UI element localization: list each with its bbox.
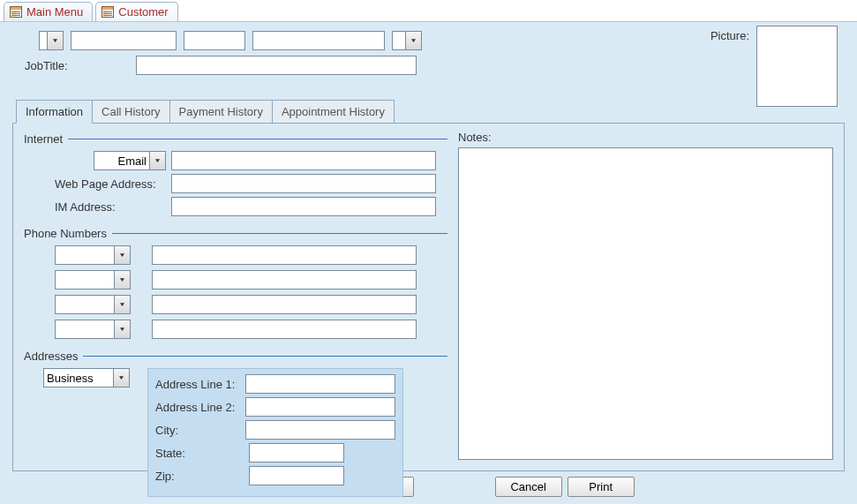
jobtitle-input[interactable] <box>136 56 417 75</box>
phone3-input[interactable] <box>152 295 417 314</box>
notes-label: Notes: <box>458 131 833 144</box>
phone4-type-input[interactable] <box>56 320 114 338</box>
firstname-input[interactable] <box>71 31 177 50</box>
email-type-input[interactable] <box>94 152 149 169</box>
addr-line1-label: Address Line 1: <box>155 378 240 391</box>
form-icon <box>10 6 22 18</box>
addr-city-label: City: <box>155 424 240 437</box>
tab-main-menu[interactable]: Main Menu <box>4 2 93 21</box>
phone4-input[interactable] <box>152 320 417 339</box>
lastname-input[interactable] <box>252 31 385 50</box>
chevron-down-icon <box>120 277 124 282</box>
tab-payment-history[interactable]: Payment History <box>169 100 273 124</box>
phone1-type-input[interactable] <box>56 246 114 264</box>
addr-zip-label: Zip: <box>155 470 244 483</box>
customer-form: Picture: JobTitle: Information Call Hist… <box>0 22 857 501</box>
title-dropdown-button[interactable] <box>47 32 63 49</box>
group-label: Addresses <box>24 350 78 363</box>
cancel-button[interactable]: Cancel <box>495 477 562 497</box>
email-type-dropdown-button[interactable] <box>149 152 165 169</box>
tab-information[interactable]: Information <box>16 100 93 124</box>
divider <box>83 356 447 357</box>
im-input[interactable] <box>171 197 436 216</box>
addr-state-label: State: <box>155 447 244 460</box>
chevron-down-icon <box>155 158 160 163</box>
picture-label: Picture: <box>710 26 749 107</box>
phone1-dropdown-button[interactable] <box>114 246 130 264</box>
document-tabs: Main Menu Customer <box>0 0 857 22</box>
chevron-down-icon <box>120 302 124 307</box>
address-panel: Address Line 1: Address Line 2: City: <box>147 368 403 497</box>
middle-input[interactable] <box>184 31 245 50</box>
email-input[interactable] <box>171 151 436 170</box>
tab-label: Customer <box>118 5 168 19</box>
chevron-down-icon <box>120 252 124 258</box>
information-panel: Internet Web Page Address: <box>12 123 845 471</box>
addr-line1-input[interactable] <box>245 374 395 394</box>
group-label: Internet <box>24 132 63 146</box>
phone4-type-combo[interactable] <box>55 320 131 339</box>
chevron-down-icon <box>53 38 57 43</box>
tab-label: Main Menu <box>26 5 83 19</box>
tab-appointment-history[interactable]: Appointment History <box>272 100 395 124</box>
phone1-input[interactable] <box>152 245 417 265</box>
phone1-type-combo[interactable] <box>55 245 131 265</box>
print-button[interactable]: Print <box>568 477 635 497</box>
divider <box>68 139 447 139</box>
address-type-input[interactable] <box>44 369 113 387</box>
addr-line2-label: Address Line 2: <box>155 401 240 414</box>
suffix-combo[interactable] <box>392 31 422 50</box>
tab-customer[interactable]: Customer <box>95 2 177 21</box>
address-type-combo[interactable] <box>43 368 130 387</box>
divider <box>112 233 447 234</box>
form-icon <box>101 6 114 18</box>
phone3-dropdown-button[interactable] <box>114 296 130 313</box>
phone3-type-input[interactable] <box>56 296 114 313</box>
webpage-label: Web Page Address: <box>55 177 166 191</box>
phone2-type-combo[interactable] <box>55 270 131 290</box>
title-input[interactable] <box>40 32 47 49</box>
internet-group-title: Internet <box>24 132 447 146</box>
addresses-group-title: Addresses <box>24 350 447 363</box>
group-label: Phone Numbers <box>24 227 107 240</box>
email-type-combo[interactable] <box>94 151 166 170</box>
chevron-down-icon <box>119 375 124 380</box>
webpage-input[interactable] <box>171 174 436 193</box>
addr-zip-input[interactable] <box>249 466 344 485</box>
chevron-down-icon <box>411 38 416 43</box>
phone4-dropdown-button[interactable] <box>114 320 130 338</box>
address-type-dropdown-button[interactable] <box>113 369 129 387</box>
phone2-type-input[interactable] <box>56 271 114 289</box>
picture-frame[interactable] <box>756 26 838 107</box>
suffix-dropdown-button[interactable] <box>405 32 421 49</box>
phone2-dropdown-button[interactable] <box>114 271 130 289</box>
addr-state-input[interactable] <box>249 443 344 463</box>
tab-call-history[interactable]: Call History <box>92 100 169 124</box>
phone3-type-combo[interactable] <box>55 295 131 314</box>
addr-city-input[interactable] <box>245 420 395 440</box>
phone-group-title: Phone Numbers <box>24 227 447 240</box>
chevron-down-icon <box>120 327 124 332</box>
picture-section: Picture: <box>710 26 838 107</box>
phone2-input[interactable] <box>152 270 417 290</box>
suffix-input[interactable] <box>393 32 405 49</box>
im-label: IM Address: <box>55 200 166 214</box>
addr-line2-input[interactable] <box>245 397 395 417</box>
notes-textarea[interactable] <box>458 147 833 460</box>
jobtitle-label: JobTitle: <box>25 59 127 72</box>
title-combo[interactable] <box>39 31 64 50</box>
